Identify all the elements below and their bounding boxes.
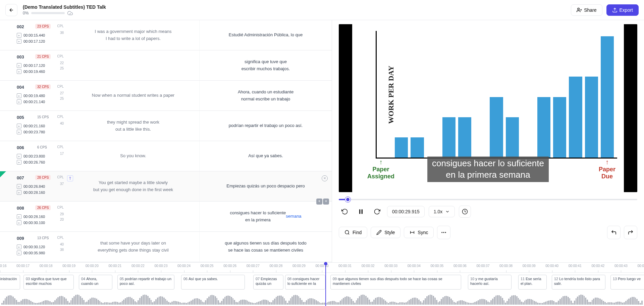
subtitle-list[interactable]: 002 23 CPS CPL 38 ▸00:00:15.440 ▸00:00:1… [0,20,332,262]
time-out-icon[interactable]: ▸ [17,130,21,134]
sync-button[interactable]: Sync [404,227,434,238]
subtitle-target-text[interactable]: significa que tuve queescribir muchos tr… [200,50,332,80]
timeline-clip[interactable]: 11Ese sería el plan. [518,275,547,290]
time-start[interactable]: 00:00:21.160 [23,124,45,128]
timeline-clip[interactable]: dié ninistración [0,275,20,290]
time-in-icon[interactable]: ▸ [17,154,21,159]
subtitle-source-text[interactable] [67,202,200,231]
video-player[interactable]: WORK PER DAY ↑ PaperAssigned ↑ PaperDue [339,24,637,192]
timeline-clip[interactable]: 07Empiezas quizás un [253,275,283,290]
forward-button[interactable] [371,206,383,218]
history-button[interactable] [459,206,471,218]
time-in-icon[interactable]: ▸ [17,245,21,249]
playhead[interactable] [325,263,326,306]
subtitle-number: 005 [17,115,24,120]
subtitle-row[interactable]: 007 28 CPS CPL 37 ▸00:00:26.840 ▸00:00:2… [0,171,332,202]
subtitle-target-text[interactable]: Empiezas quizás un poco despacio pero ✕ … [200,171,332,201]
ruler-tick: 00:00:39 [523,264,536,268]
share-button[interactable]: Share [571,4,602,16]
timeline-clip[interactable]: 12Lo tendría todo listo para salir. [552,275,605,290]
time-in-icon[interactable]: ▸ [17,63,21,68]
timeline-clip[interactable]: 10y me gustaría hacerlo así. [468,275,512,290]
subtitle-source-text[interactable]: that some have your days later oneveryth… [67,232,200,262]
time-end[interactable]: 00:00:23.780 [23,130,45,134]
timeline-clip[interactable]: 06Así que ya sabes. [181,275,245,290]
subtitle-row[interactable]: 006 6 CPS CPL 17 ▸00:00:23.800 ▸00:00:26… [0,141,332,171]
subtitle-row[interactable]: 003 21 CPS CPL 2225 ▸00:00:17.120 ▸00:00… [0,50,332,81]
subtitle-source-text[interactable]: they might spread the workout a little l… [67,111,200,141]
subtitle-source-text[interactable] [67,50,200,80]
playback-speed-select[interactable]: 1.0x [429,206,455,217]
seek-bar[interactable] [339,199,637,200]
time-out-icon[interactable]: ▸ [17,251,21,255]
time-out-icon[interactable]: ▸ [17,220,21,225]
time-in-icon[interactable]: ▸ [17,93,21,98]
time-out-icon[interactable]: ▸ [17,190,21,195]
rewind-button[interactable] [339,206,351,218]
subtitle-row[interactable]: 005 15 CPS CPL 40 ▸00:00:21.160 ▸00:00:2… [0,111,332,141]
time-end[interactable]: 00:00:35.980 [23,251,45,255]
clear-button[interactable]: ✕ [322,175,328,181]
timeline-clip[interactable]: 08consigues hacer lo suficiente en la [285,275,325,290]
time-start[interactable]: 00:00:23.800 [23,154,45,158]
time-in-icon[interactable]: ▸ [17,33,21,38]
subtitle-source-text[interactable]: So you know. [67,141,200,171]
timeline-clips[interactable]: dié ninistración03significa que tuve que… [0,273,644,306]
time-in-icon[interactable]: ▸ [17,184,21,189]
add-after-button[interactable]: + [323,199,329,205]
pause-button[interactable] [355,206,367,218]
time-in-icon[interactable]: ▸ [17,124,21,128]
seek-thumb[interactable] [345,197,351,202]
subtitle-target-text[interactable]: que algunos tienen sus días después todo… [200,232,332,262]
style-button[interactable]: Style [371,227,400,238]
subtitle-target-text[interactable]: consigues hacer lo suficienteen la prime… [200,202,332,231]
time-in-icon[interactable]: ▸ [17,214,21,219]
subtitle-row[interactable]: 008 26 CPS CPL 2920 ▸00:00:28.160 ▸00:00… [0,202,332,232]
time-out-icon[interactable]: ▸ [17,99,21,104]
timeline-clip[interactable]: 05podrían repartir el trabajo un poco as… [117,275,174,290]
subtitle-target-text[interactable]: Ahora, cuando un estudiantenormal escrib… [200,81,332,111]
subtitle-row[interactable]: 002 23 CPS CPL 38 ▸00:00:15.440 ▸00:00:1… [0,20,332,50]
subtitle-target-text[interactable]: podrían repartir el trabajo un poco así. [200,111,332,141]
time-end[interactable]: 00:00:26.760 [23,160,45,164]
cps-badge: 21 CPS [35,54,51,59]
subtitle-target-text[interactable]: Así que ya sabes. [200,141,332,171]
time-start[interactable]: 00:00:28.160 [23,215,45,219]
time-out-icon[interactable]: ▸ [17,69,21,74]
time-out-icon[interactable]: ▸ [17,39,21,44]
time-start[interactable]: 00:00:26.840 [23,184,45,188]
timeline-ruler[interactable]: 00:00:1600:00:1700:00:1800:00:1900:00:20… [0,263,644,273]
timeline-clip[interactable]: 03significa que tuve que escribir muchos [23,275,74,290]
timeline-clip[interactable]: 13Pero luego ve [610,275,644,290]
time-start[interactable]: 00:00:19.480 [23,94,45,98]
subtitle-row[interactable]: 009 13 CPS CPL 4038 ▸00:00:30.120 ▸00:00… [0,232,332,262]
time-start[interactable]: 00:00:17.120 [23,63,45,68]
subtitle-source-text[interactable]: You get started maybe a little slowlybut… [67,171,200,201]
time-out-icon[interactable]: ▸ [17,160,21,165]
timeline-clip[interactable]: 09que algunos tienen sus días después to… [330,275,461,290]
time-start[interactable]: 00:00:30.120 [23,245,45,249]
subtitle-target-text[interactable]: Estudié Administración Pública, lo que [200,20,332,50]
back-button[interactable] [5,4,17,16]
time-end[interactable]: 00:00:21.140 [23,100,45,104]
more-button[interactable] [437,226,450,239]
export-button[interactable]: Export [606,4,639,16]
redo-button[interactable] [624,226,637,239]
subtitle-source-text[interactable]: I was a government major which meansI ha… [67,20,200,50]
time-end[interactable]: 00:00:30.100 [23,221,45,225]
find-button[interactable]: Find [339,227,367,238]
add-before-button[interactable]: + [316,199,322,205]
subtitle-source-text[interactable]: Now when a normal student writes a paper [67,81,200,111]
text-cursor-icon[interactable]: T [67,175,73,181]
playback-time[interactable]: 00:00:29.915 [387,206,425,217]
time-end[interactable]: 00:00:28.160 [23,190,45,194]
subtitle-row[interactable]: 004 32 CPS CPL 2725 ▸00:00:19.480 ▸00:00… [0,81,332,111]
timeline-clip[interactable]: 04Ahora, cuando un [79,275,112,290]
undo-button[interactable] [607,226,621,239]
timeline[interactable]: 00:00:1600:00:1700:00:1800:00:1900:00:20… [0,262,644,306]
cpl-label: CPL [57,206,64,209]
time-end[interactable]: 00:00:19.460 [23,70,45,74]
ruler-tick: 00:00:34 [408,264,421,268]
time-end[interactable]: 00:00:17.120 [23,39,45,43]
time-start[interactable]: 00:00:15.440 [23,33,45,37]
